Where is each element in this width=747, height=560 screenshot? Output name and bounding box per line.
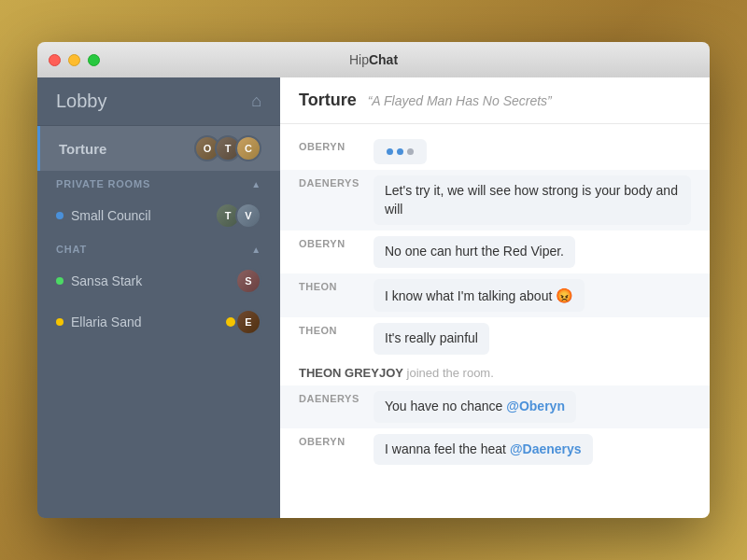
titlebar-buttons: [49, 54, 100, 66]
avatar-varys: V: [235, 203, 261, 229]
msg-bubble-3: I know what I'm talking about 😡: [374, 279, 585, 313]
close-button[interactable]: [49, 54, 61, 66]
home-icon: ⌂: [251, 91, 261, 111]
msg-row-4: THEON It's really painful: [280, 317, 710, 360]
avatar-sansa: S: [235, 268, 261, 294]
typing-dot-3: [407, 148, 414, 155]
msg-text-3: I know what I'm talking about: [385, 288, 556, 303]
lobby-label: Lobby: [56, 91, 107, 112]
sidebar: Lobby ⌂ Torture O T C PRIVATE ROOMS ▲: [37, 77, 280, 518]
msg-sender-6: OBERYN: [299, 434, 374, 447]
chat-section-label: CHAT: [56, 244, 87, 255]
messages-list: OBERYN DAENERYS Let's try it, we will se…: [280, 124, 710, 518]
small-council-left: Small Council: [56, 208, 151, 223]
msg-sender-2: OBERYN: [299, 236, 374, 249]
sansa-name: Sansa Stark: [71, 273, 142, 288]
msg-sender-1: DAENERYS: [299, 175, 374, 189]
msg-sender-4: THEON: [299, 323, 374, 336]
private-rooms-header: PRIVATE ROOMS ▲: [37, 171, 280, 195]
sidebar-item-sansa[interactable]: Sansa Stark S: [37, 260, 280, 301]
sansa-left: Sansa Stark: [56, 273, 142, 288]
minimize-button[interactable]: [68, 54, 80, 66]
avatar-cersei: C: [235, 135, 261, 161]
typing-dot-1: [387, 148, 393, 155]
ellaria-name: Ellaria Sand: [71, 315, 142, 329]
typing-bubble: [374, 139, 427, 164]
mention-oberyn: @Oberyn: [506, 399, 565, 413]
msg-text-4: It's really painful: [385, 330, 478, 345]
title-plain: Hip: [349, 52, 369, 67]
msg-bubble-4: It's really painful: [374, 323, 489, 355]
msg-row-3: THEON I know what I'm talking about 😡: [280, 273, 710, 318]
msg-text-5: You have no chance: [385, 399, 506, 413]
msg-bubble-6: I wanna feel the heat @Daenerys: [374, 434, 593, 466]
msg-sender-3: THEON: [299, 279, 374, 292]
sansa-dot: [56, 277, 63, 285]
msg-row-6: OBERYN I wanna feel the heat @Daenerys: [280, 428, 710, 471]
app-title: HipChat: [349, 52, 398, 67]
emoji-angry: 😡: [556, 287, 573, 303]
main-content: Torture “A Flayed Man Has No Secrets” OB…: [280, 77, 710, 518]
typing-sender: OBERYN: [299, 139, 374, 152]
title-bold: Chat: [369, 52, 398, 67]
small-council-dot: [56, 212, 63, 219]
msg-row-2: OBERYN No one can hurt the Red Viper.: [280, 231, 710, 273]
chat-header-section: CHAT ▲: [37, 236, 280, 260]
chat-section-arrow[interactable]: ▲: [251, 245, 261, 255]
msg-bubble-5: You have no chance @Oberyn: [374, 391, 576, 423]
torture-avatars: O T C: [194, 135, 261, 161]
ellaria-right: E: [226, 309, 261, 335]
msg-row-1: DAENERYS Let's try it, we will see how s…: [280, 170, 710, 231]
msg-text-6: I wanna feel the heat: [385, 441, 510, 456]
sidebar-item-lobby[interactable]: Lobby ⌂: [37, 77, 280, 126]
small-council-name: Small Council: [71, 208, 151, 223]
msg-typing: OBERYN: [280, 133, 710, 170]
private-rooms-arrow[interactable]: ▲: [251, 179, 261, 189]
typing-dot-2: [397, 148, 403, 155]
room-name-torture: Torture: [59, 141, 106, 157]
msg-row-5: DAENERYS You have no chance @Oberyn: [280, 385, 710, 428]
sidebar-item-small-council[interactable]: Small Council T V: [37, 195, 280, 236]
msg-sender-5: DAENERYS: [299, 391, 374, 404]
msg-text-2: No one can hurt the Red Viper.: [385, 244, 564, 259]
ellaria-dot: [56, 318, 63, 326]
app-window: HipChat Lobby ⌂ Torture O T C PRIVA: [37, 42, 710, 518]
maximize-button[interactable]: [88, 54, 100, 66]
window-body: Lobby ⌂ Torture O T C PRIVATE ROOMS ▲: [37, 77, 710, 518]
avatar-ellaria: E: [235, 309, 261, 335]
small-council-avatars: T V: [215, 203, 261, 229]
chat-room-name: Torture: [299, 91, 357, 110]
ellaria-notification: [226, 317, 235, 327]
mention-daenerys: @Daenerys: [510, 441, 582, 456]
msg-bubble-2: No one can hurt the Red Viper.: [374, 236, 575, 268]
titlebar: HipChat: [37, 42, 710, 77]
sidebar-item-ellaria[interactable]: Ellaria Sand E: [37, 301, 280, 343]
system-action: joined the room.: [407, 366, 494, 380]
system-msg-1: THEON GREYJOY joined the room.: [280, 360, 710, 385]
ellaria-left: Ellaria Sand: [56, 315, 142, 329]
chat-header: Torture “A Flayed Man Has No Secrets”: [280, 77, 710, 124]
msg-text-1: Let's try it, we will see how strong is …: [385, 183, 678, 217]
system-actor: THEON GREYJOY: [299, 366, 403, 380]
msg-bubble-1: Let's try it, we will see how strong is …: [374, 175, 691, 225]
private-rooms-label: PRIVATE ROOMS: [56, 178, 150, 189]
sidebar-item-torture[interactable]: Torture O T C: [37, 126, 280, 171]
chat-room-desc: “A Flayed Man Has No Secrets”: [368, 93, 552, 108]
